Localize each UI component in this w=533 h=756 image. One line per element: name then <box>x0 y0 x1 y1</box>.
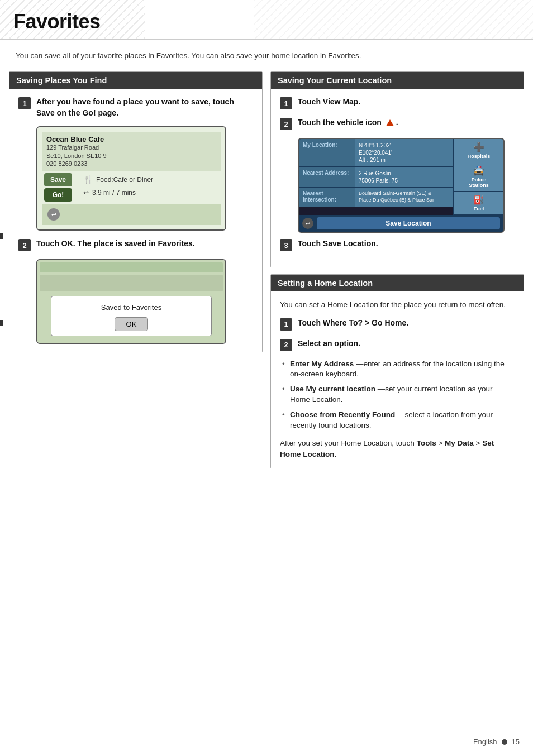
loc-side-col: ➕ Hospitals 🚔 PoliceStations ⛽ Fuel <box>453 139 503 215</box>
police-stations-button[interactable]: 🚔 PoliceStations <box>454 162 503 192</box>
options-list: Enter My Address —enter an address for t… <box>282 359 515 431</box>
home-location-body: You can set a Home Location for the plac… <box>271 291 524 468</box>
place-name: Ocean Blue Cafe <box>46 135 216 143</box>
category-icon: 🍴 <box>83 175 93 184</box>
nearest-address-value: 2 Rue Goslin75006 Paris, 75 <box>355 167 453 187</box>
right-column: Saving Your Current Location 1 Touch Vie… <box>270 71 524 468</box>
intro-text: You can save all of your favorite places… <box>0 40 533 66</box>
fuel-icon: ⛽ <box>473 194 484 205</box>
saving-places-header: Saving Places You Find <box>9 72 262 89</box>
footer-language: English <box>473 738 497 746</box>
current-step1: 1 Touch View Map. <box>280 97 515 109</box>
place-addr1: 129 Trafalgar Road <box>46 143 216 151</box>
loc-screen: My Location: N 48°51.202'E102°20.041'Alt… <box>299 139 503 232</box>
step2: 2 Touch OK. The place is saved in Favori… <box>18 238 253 251</box>
current-step2: 2 Touch the vehicle icon . <box>280 117 515 130</box>
fuel-label: Fuel <box>474 206 484 212</box>
home-location-section: Setting a Home Location You can set a Ho… <box>270 274 524 468</box>
save-location-button[interactable]: Save Location <box>317 217 500 229</box>
fuel-button[interactable]: ⛽ Fuel <box>454 192 503 215</box>
ok-button[interactable]: OK <box>115 317 149 331</box>
step2-number: 2 <box>18 239 31 251</box>
home-step1-text: Touch Where To? > Go Home. <box>298 318 408 329</box>
home-location-footer: After you set your Home Location, touch … <box>280 438 515 461</box>
loc-main-area: My Location: N 48°51.202'E102°20.041'Alt… <box>299 139 503 215</box>
saving-places-body: 1 After you have found a place you want … <box>9 89 262 352</box>
option-enter-address: Enter My Address —enter an address for t… <box>282 359 515 380</box>
distance-icon: ↩ <box>83 189 89 197</box>
distance-text: 3.9 mi / 7 mins <box>92 189 136 197</box>
home-step2-text: Select an option. <box>298 338 360 350</box>
main-content: Saving Places You Find 1 After you have … <box>0 66 533 474</box>
step1-text: After you have found a place you want to… <box>36 97 253 118</box>
triangle-shape <box>386 119 394 126</box>
current-step2-num: 2 <box>280 118 292 130</box>
place-addr2: Se10, London SE10 9 <box>46 152 216 160</box>
saved-top-bar <box>40 262 223 272</box>
tools-label: Tools <box>417 439 436 447</box>
place-info: Ocean Blue Cafe 129 Trafalgar Road Se10,… <box>42 132 221 171</box>
loc-info-row-1: My Location: N 48°51.202'E102°20.041'Alt… <box>299 139 453 167</box>
option-recently-found: Choose from Recently Found —select a loc… <box>282 410 515 431</box>
home-step1: 1 Touch Where To? > Go Home. <box>280 318 515 331</box>
saved-screen: Saved to Favorites OK <box>37 260 225 343</box>
option-enter-address-label: Enter My Address <box>290 360 354 368</box>
vehicle-icon <box>384 120 394 127</box>
back-button[interactable]: ↩ <box>47 208 60 221</box>
my-location-value: N 48°51.202'E102°20.041'Alt : 291 m <box>355 139 453 166</box>
saved-dialog-text: Saved to Favorites <box>57 303 206 312</box>
saved-dialog: Saved to Favorites OK <box>51 296 212 336</box>
footer-dot <box>502 739 507 745</box>
home-step2-num: 2 <box>280 339 292 351</box>
page-footer: English 15 <box>473 738 520 746</box>
current-location-header: Saving Your Current Location <box>271 72 524 89</box>
option-current-location: Use My current location —set your curren… <box>282 384 515 405</box>
device-back-row: ↩ <box>42 204 221 225</box>
current-step3-num: 3 <box>280 239 292 251</box>
save-button[interactable]: Save <box>44 173 72 186</box>
left-dot-1 <box>0 233 3 239</box>
device-category: 🍴 Food:Cafe or Diner <box>79 173 218 186</box>
page-title: Favorites <box>13 10 101 34</box>
police-icon: 🚔 <box>473 165 484 176</box>
step1-number: 1 <box>18 97 31 109</box>
home-step2: 2 Select an option. <box>280 338 515 351</box>
current-step2-text: Touch the vehicle icon . <box>298 117 398 128</box>
device-mockup-right: My Location: N 48°51.202'E102°20.041'Alt… <box>298 138 505 233</box>
my-data-label: My Data <box>445 439 474 447</box>
left-column: Saving Places You Find 1 After you have … <box>9 71 263 468</box>
device-screen-step1: Ocean Blue Cafe 129 Trafalgar Road Se10,… <box>37 127 225 229</box>
loc-info-row-2: Nearest Address: 2 Rue Goslin75006 Paris… <box>299 167 453 188</box>
home-step1-num: 1 <box>280 318 292 331</box>
current-location-body: 1 Touch View Map. 2 Touch the vehicle ic… <box>271 89 524 267</box>
option-recently-found-label: Choose from Recently Found <box>290 410 395 419</box>
hospitals-button[interactable]: ➕ Hospitals <box>454 139 503 162</box>
page-header: Favorites <box>0 0 533 40</box>
saved-map-bg <box>40 275 223 291</box>
category-text: Food:Cafe or Diner <box>96 176 153 184</box>
go-button[interactable]: Go! <box>44 188 72 202</box>
hospitals-label: Hospitals <box>468 154 491 159</box>
option-current-location-label: Use My current location <box>290 385 375 393</box>
current-step3: 3 Touch Save Location. <box>280 238 515 251</box>
nearest-intersection-value: Boulevard Saint-Germain (SE) &Place Du Q… <box>355 188 453 206</box>
police-label: PoliceStations <box>469 177 489 188</box>
saving-places-section: Saving Places You Find 1 After you have … <box>9 71 263 352</box>
nearest-intersection-label: NearestIntersection: <box>299 188 355 206</box>
loc-info-col: My Location: N 48°51.202'E102°20.041'Alt… <box>299 139 453 215</box>
home-location-intro: You can set a Home Location for the plac… <box>280 299 515 310</box>
step2-text: Touch OK. The place is saved in Favorite… <box>36 238 195 250</box>
current-step3-text: Touch Save Location. <box>298 238 378 250</box>
footer-page-number: 15 <box>512 738 520 746</box>
left-dot-2 <box>0 320 3 326</box>
current-step1-text: Touch View Map. <box>298 97 360 108</box>
loc-back-button[interactable]: ↩ <box>302 218 313 229</box>
nearest-address-label: Nearest Address: <box>299 167 355 187</box>
device-actions: Save Go! 🍴 Food:Cafe or Diner ↩ <box>42 171 221 204</box>
current-step1-num: 1 <box>280 97 292 109</box>
device-mockup-step1: Ocean Blue Cafe 129 Trafalgar Road Se10,… <box>36 126 226 231</box>
home-location-header: Setting a Home Location <box>271 275 524 291</box>
loc-footer: ↩ Save Location <box>299 215 503 232</box>
current-location-section: Saving Your Current Location 1 Touch Vie… <box>270 71 524 267</box>
device-distance: ↩ 3.9 mi / 7 mins <box>79 186 218 199</box>
